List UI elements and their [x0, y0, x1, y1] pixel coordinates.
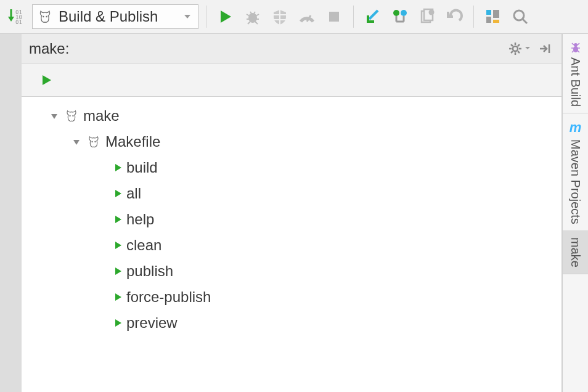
vcs-update-button[interactable]	[361, 5, 385, 28]
play-icon	[41, 74, 53, 86]
svg-point-18	[69, 115, 70, 116]
sidebar-tab-label: Ant Build	[568, 57, 582, 107]
search-everywhere-button[interactable]	[508, 5, 532, 28]
bug-icon	[244, 8, 261, 25]
stop-button	[322, 5, 346, 28]
play-icon	[114, 241, 123, 250]
svg-point-4	[46, 16, 47, 17]
play-icon	[114, 215, 123, 224]
tree-node-label: Makefile	[105, 133, 160, 150]
left-gutter	[0, 34, 22, 392]
profile-button	[295, 5, 319, 28]
svg-point-17	[513, 46, 518, 51]
tree-node-target[interactable]: build	[22, 155, 561, 181]
history-icon	[419, 8, 436, 25]
svg-text:01: 01	[15, 19, 22, 25]
hide-panel-button[interactable]	[533, 37, 557, 60]
tree-node-label: build	[126, 159, 158, 176]
panel-title: make:	[29, 40, 69, 57]
panel-sub-toolbar	[22, 63, 561, 97]
tree-node-target[interactable]: all	[22, 181, 561, 206]
tree-node-label: help	[126, 211, 154, 228]
sidebar-tab-ant[interactable]: Ant Build	[563, 34, 588, 113]
undo-icon	[446, 8, 463, 25]
hide-icon	[537, 41, 552, 56]
download-binary-icon: 01 10 01	[6, 8, 28, 25]
svg-point-20	[91, 141, 92, 142]
play-icon	[114, 189, 123, 198]
tree-node-label: publish	[126, 263, 173, 280]
play-icon	[114, 163, 123, 172]
vcs-update-icon	[364, 8, 382, 25]
gauge-icon	[298, 8, 316, 25]
search-icon	[512, 8, 529, 25]
gnu-icon	[36, 8, 54, 25]
svg-rect-13	[486, 17, 491, 23]
svg-rect-15	[493, 20, 499, 23]
gnu-icon	[86, 134, 102, 150]
ant-icon	[569, 40, 582, 54]
panel-header: make:	[22, 34, 561, 63]
chevron-down-icon	[183, 12, 192, 21]
gear-icon	[508, 41, 523, 56]
undo-button	[443, 5, 466, 28]
play-icon	[114, 267, 123, 276]
structure-icon	[484, 8, 502, 25]
project-structure-button[interactable]	[481, 5, 505, 28]
tree-node-target[interactable]: clean	[22, 232, 561, 258]
run-configuration-label: Build & Publish	[59, 8, 158, 25]
right-tool-window-tabs: Ant Build m Maven Projects make	[562, 34, 588, 392]
svg-rect-12	[486, 10, 491, 15]
debug-button	[241, 5, 264, 28]
coverage-button	[268, 5, 292, 28]
sidebar-tab-label: make	[568, 237, 582, 267]
separator	[473, 6, 474, 28]
gnu-icon	[63, 108, 80, 124]
tree-node-target[interactable]: publish	[22, 258, 561, 284]
play-icon	[114, 319, 123, 327]
shield-grid-icon	[271, 8, 288, 25]
svg-point-3	[43, 16, 44, 17]
separator	[353, 6, 354, 28]
expander-open-icon[interactable]	[72, 137, 82, 146]
svg-point-16	[514, 10, 524, 20]
tree-node-makefile[interactable]: Makefile	[22, 129, 561, 155]
tree-node-label: clean	[126, 237, 161, 254]
sidebar-tab-make[interactable]: make	[563, 231, 588, 274]
expander-open-icon[interactable]	[50, 112, 60, 120]
targets-tree[interactable]: make Makefile buildallhelpcleanpublishfo…	[22, 97, 561, 392]
run-button[interactable]	[214, 5, 237, 28]
svg-point-7	[393, 10, 399, 16]
vcs-history-button	[415, 5, 439, 28]
run-target-button[interactable]	[35, 68, 59, 92]
run-configuration-selector[interactable]: Build & Publish	[32, 4, 198, 29]
tree-node-target[interactable]: preview	[22, 310, 561, 336]
main-toolbar: 01 10 01 Build & Publish	[0, 0, 588, 34]
svg-rect-14	[493, 10, 499, 18]
sidebar-tab-maven[interactable]: m Maven Projects	[563, 113, 588, 231]
download-binary-button[interactable]: 01 10 01	[5, 5, 28, 28]
tree-node-label: all	[126, 185, 141, 202]
vcs-commit-icon	[391, 8, 409, 25]
separator	[206, 6, 206, 28]
panel-settings-button[interactable]	[504, 37, 527, 60]
tree-node-label: preview	[126, 314, 178, 332]
tree-node-target[interactable]: force-publish	[22, 284, 561, 310]
stop-icon	[327, 10, 341, 23]
svg-point-19	[72, 115, 73, 116]
make-tool-window: make:	[22, 34, 562, 392]
play-icon	[114, 293, 123, 301]
svg-rect-6	[329, 12, 339, 22]
tree-node-label: make	[83, 107, 120, 125]
svg-point-11	[429, 10, 435, 15]
svg-point-23	[573, 46, 578, 52]
tree-node-root[interactable]: make	[22, 103, 561, 129]
sidebar-tab-label: Maven Projects	[568, 139, 582, 224]
svg-point-21	[94, 141, 96, 142]
tree-node-target[interactable]: help	[22, 206, 561, 232]
maven-icon: m	[570, 120, 582, 136]
svg-point-8	[401, 10, 407, 16]
chevron-down-icon	[525, 45, 531, 51]
play-icon	[218, 9, 234, 25]
vcs-commit-button[interactable]	[388, 5, 412, 28]
